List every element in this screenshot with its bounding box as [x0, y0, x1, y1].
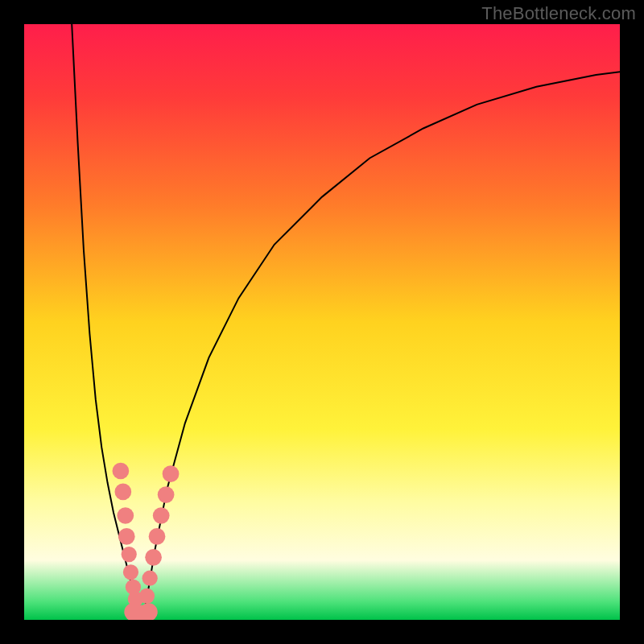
highlight-point: [153, 507, 170, 524]
chart-frame: TheBottleneck.com: [0, 0, 644, 644]
highlight-point: [118, 528, 135, 545]
highlight-point: [163, 465, 180, 482]
highlight-point: [145, 549, 162, 566]
highlight-point: [142, 571, 158, 586]
highlight-point: [113, 463, 130, 480]
highlight-point: [117, 507, 134, 524]
highlight-point: [158, 486, 175, 503]
plot-area: [24, 24, 620, 620]
highlight-point: [149, 528, 166, 545]
highlight-point: [114, 484, 131, 501]
highlight-point: [123, 564, 138, 580]
gradient-background: [24, 24, 620, 620]
bottleneck-chart: [24, 24, 620, 620]
highlight-point: [139, 588, 155, 604]
watermark-text: TheBottleneck.com: [481, 3, 636, 24]
highlight-point: [122, 547, 137, 562]
